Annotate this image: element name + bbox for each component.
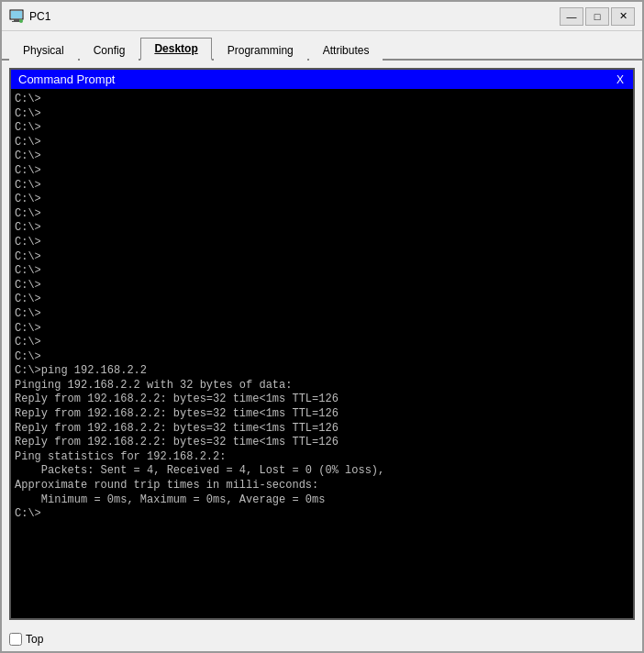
maximize-button[interactable]: □ — [585, 7, 609, 26]
main-content: Command Prompt X C:\>C:\>C:\>C:\>C:\>C:\… — [2, 61, 642, 627]
terminal-line: C:\> — [15, 307, 629, 322]
main-window: PC1 — □ ✕ Physical Config Desktop Progra… — [0, 0, 644, 653]
terminal-line: C:\> — [15, 336, 629, 350]
terminal-line: C:\> — [15, 236, 629, 250]
terminal-line: Minimum = 0ms, Maximum = 0ms, Average = … — [15, 493, 629, 508]
terminal-line: Approximate round trip times in milli-se… — [15, 479, 629, 493]
tab-config[interactable]: Config — [80, 39, 139, 61]
terminal-line: C:\> — [15, 264, 629, 279]
tab-programming[interactable]: Programming — [214, 39, 307, 61]
title-bar: PC1 — □ ✕ — [2, 2, 642, 31]
top-checkbox-label: Top — [26, 633, 43, 646]
tab-attributes[interactable]: Attributes — [309, 39, 383, 61]
terminal-line: C:\> — [15, 136, 629, 150]
terminal-line: C:\> — [15, 221, 629, 236]
svg-rect-1 — [14, 19, 19, 21]
tab-desktop[interactable]: Desktop — [140, 38, 211, 61]
terminal-line: C:\> — [15, 193, 629, 207]
terminal-line: C:\> — [15, 107, 629, 122]
cmd-close-button[interactable]: X — [615, 73, 626, 86]
svg-rect-3 — [11, 11, 22, 18]
terminal-line: C:\> — [15, 93, 629, 107]
cmd-title-bar: Command Prompt X — [11, 70, 633, 89]
terminal-line: Reply from 192.168.2.2: bytes=32 time<1m… — [15, 436, 629, 450]
terminal-line: C:\> — [15, 250, 629, 265]
pc-icon — [9, 9, 24, 24]
terminal-line: Reply from 192.168.2.2: bytes=32 time<1m… — [15, 422, 629, 437]
command-prompt-window: Command Prompt X C:\>C:\>C:\>C:\>C:\>C:\… — [9, 68, 635, 620]
tabs-bar: Physical Config Desktop Programming Attr… — [2, 31, 642, 61]
terminal-line: Packets: Sent = 4, Received = 4, Lost = … — [15, 464, 629, 479]
minimize-button[interactable]: — — [560, 7, 583, 26]
terminal-line: C:\> — [15, 179, 629, 194]
window-title: PC1 — [29, 10, 50, 23]
title-bar-left: PC1 — [9, 9, 50, 24]
terminal-line: C:\>ping 192.168.2.2 — [15, 364, 629, 379]
cmd-body[interactable]: C:\>C:\>C:\>C:\>C:\>C:\>C:\>C:\>C:\>C:\>… — [11, 89, 633, 618]
terminal-line: C:\> — [15, 322, 629, 337]
terminal-line: C:\> — [15, 207, 629, 222]
top-checkbox-container: Top — [9, 633, 43, 646]
terminal-line: C:\> — [15, 350, 629, 365]
top-checkbox[interactable] — [9, 633, 22, 646]
terminal-line: Reply from 192.168.2.2: bytes=32 time<1m… — [15, 407, 629, 422]
bottom-bar: Top — [2, 627, 642, 651]
terminal-line: C:\> — [15, 293, 629, 307]
terminal-line: C:\> — [15, 279, 629, 293]
tab-physical[interactable]: Physical — [9, 39, 78, 61]
terminal-line: C:\> — [15, 121, 629, 136]
terminal-line: Ping statistics for 192.168.2.2: — [15, 450, 629, 465]
terminal-line: C:\> — [15, 149, 629, 164]
terminal-line: Reply from 192.168.2.2: bytes=32 time<1m… — [15, 393, 629, 407]
title-bar-controls: — □ ✕ — [560, 7, 635, 26]
terminal-line: Pinging 192.168.2.2 with 32 bytes of dat… — [15, 379, 629, 393]
svg-point-4 — [19, 19, 23, 23]
terminal-line: C:\> — [15, 507, 629, 522]
terminal-line: C:\> — [15, 164, 629, 179]
cmd-title-label: Command Prompt — [18, 72, 115, 86]
close-button[interactable]: ✕ — [611, 7, 635, 26]
